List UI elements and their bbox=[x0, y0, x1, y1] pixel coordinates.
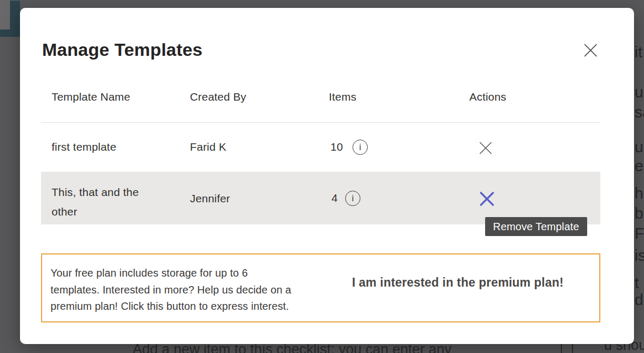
close-button[interactable] bbox=[579, 38, 602, 62]
template-name-cell: This, that and the other bbox=[52, 182, 159, 221]
dialog-title: Manage Templates bbox=[42, 40, 203, 60]
items-count: 4 bbox=[331, 192, 338, 204]
info-icon[interactable]: i bbox=[345, 191, 360, 206]
close-icon bbox=[583, 43, 598, 57]
template-name-cell: first template bbox=[52, 141, 116, 153]
premium-description-line: premium plan! Click this button to expre… bbox=[51, 298, 291, 315]
table-header-divider bbox=[41, 122, 600, 123]
manage-templates-dialog: Manage Templates Template Name Created B… bbox=[20, 8, 634, 344]
background-divider bbox=[0, 0, 20, 1]
background-text-fragment: d bbox=[635, 292, 643, 308]
tooltip: Remove Template bbox=[485, 217, 587, 236]
remove-icon bbox=[479, 141, 492, 155]
created-by-cell: Farid K bbox=[190, 141, 226, 153]
background-text-fragment: b bbox=[635, 205, 643, 221]
background-text-fragment: u bbox=[635, 139, 643, 155]
column-header-items: Items bbox=[329, 91, 356, 103]
background-caret-line bbox=[572, 344, 573, 353]
screen: it u sa u e h b F is t d u shou Add a ne… bbox=[0, 0, 644, 353]
background-text-fragment: sa bbox=[635, 104, 644, 120]
background-text-fragment: t bbox=[635, 275, 639, 291]
background-text-fragment: is bbox=[635, 248, 644, 263]
info-icon[interactable]: i bbox=[353, 140, 368, 155]
premium-plan-banner: Your free plan includes storage for up t… bbox=[41, 253, 600, 322]
background-bottom-text: Add a new item to this checklist: you ca… bbox=[133, 342, 451, 353]
premium-interest-button[interactable]: I am interested in the premium plan! bbox=[329, 276, 587, 290]
background-text-fragment: h bbox=[635, 185, 643, 201]
items-count: 10 bbox=[330, 141, 343, 153]
column-header-created-by: Created By bbox=[190, 91, 246, 103]
remove-template-button-active[interactable] bbox=[478, 190, 496, 208]
column-header-actions: Actions bbox=[469, 91, 506, 103]
premium-plan-description: Your free plan includes storage for up t… bbox=[51, 265, 291, 315]
background-text-fragment: it bbox=[635, 44, 642, 60]
premium-description-line: Your free plan includes storage for up t… bbox=[51, 265, 291, 282]
created-by-cell: Jennifer bbox=[190, 192, 230, 205]
remove-template-button[interactable] bbox=[477, 139, 495, 157]
background-text-fragment: F bbox=[635, 225, 644, 241]
background-caret-line bbox=[561, 344, 562, 353]
premium-description-line: templates. Interested in more? Help us d… bbox=[51, 282, 291, 299]
column-header-template-name: Template Name bbox=[52, 91, 130, 103]
background-text-fragment: e bbox=[635, 158, 643, 174]
background-highlight-patch bbox=[0, 0, 10, 30]
background-text-fragment: u bbox=[635, 84, 643, 100]
remove-icon bbox=[479, 191, 495, 207]
